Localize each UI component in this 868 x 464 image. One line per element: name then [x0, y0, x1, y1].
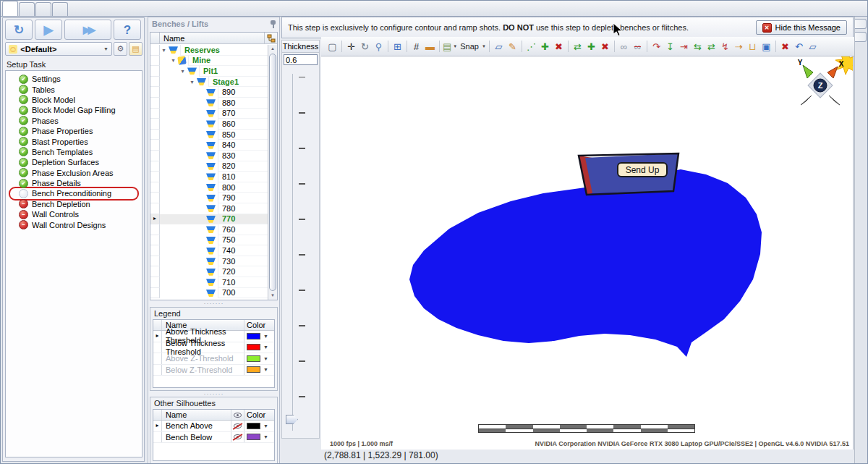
tree-row[interactable]: ▸ ▾ 770: [150, 214, 268, 225]
toolbar-icon[interactable]: ▼: [647, 41, 647, 52]
toolbar-icon[interactable]: ▼: [341, 41, 342, 52]
add-vertex-icon[interactable]: ✚ ▼: [538, 39, 552, 54]
ruler-icon[interactable]: ▬ ▼: [423, 39, 437, 54]
task-item[interactable]: Blast Properties: [10, 136, 137, 146]
task-item[interactable]: Phases: [10, 116, 137, 126]
delete-vertex-icon[interactable]: ✖ ▼: [552, 39, 566, 54]
tree-row[interactable]: ▸ ▾ 750: [150, 235, 268, 246]
run-all-button[interactable]: ▶▶: [64, 20, 111, 40]
background-image-icon[interactable]: ▤ ▼: [442, 39, 458, 54]
tree-row[interactable]: ▸ ▾ 870: [150, 109, 268, 119]
eye-off-icon[interactable]: [234, 434, 242, 439]
tree-row[interactable]: ▸ ▾ Pit1: [150, 66, 268, 77]
notes-icon[interactable]: ▤: [129, 42, 142, 56]
snap-dropdown[interactable]: Snap ▼: [458, 39, 487, 54]
tab-setup[interactable]: [2, 1, 18, 16]
task-item[interactable]: Block Model: [10, 95, 137, 105]
task-item[interactable]: Depletion Surfaces: [10, 157, 137, 167]
delete-segment-icon[interactable]: ✖ ▼: [598, 39, 612, 54]
expander-icon[interactable]: ▾: [188, 79, 196, 85]
task-item[interactable]: Wall Controls: [10, 209, 137, 219]
marquee-select-icon[interactable]: ▢ ▼: [326, 39, 339, 54]
axis-triad[interactable]: Z Y X: [791, 56, 854, 114]
toolbar-icon[interactable]: ▼: [489, 41, 490, 52]
splitter[interactable]: [148, 302, 279, 306]
tab-report-not-ready[interactable]: [35, 2, 51, 16]
toolbar-icon[interactable]: ▼: [388, 41, 388, 52]
edit-pencil-icon[interactable]: ✎ ▼: [506, 39, 519, 54]
tree-row[interactable]: ▸ ▾ 820: [150, 161, 268, 172]
add-segment-icon[interactable]: ✚ ▼: [584, 39, 598, 54]
tree-row[interactable]: ▸ ▾ 830: [150, 151, 268, 161]
tree-row[interactable]: ▸ ▾ 840: [150, 140, 268, 151]
tab-history[interactable]: [855, 32, 867, 42]
simplify-line-icon[interactable]: ↯ ▼: [718, 39, 732, 54]
hierarchy-icon[interactable]: [264, 33, 277, 43]
toolbar-icon[interactable]: ▼: [775, 41, 776, 52]
toolbar-icon[interactable]: ▼: [439, 41, 440, 52]
tree-row[interactable]: ▸ ▾ Stage1: [150, 77, 268, 88]
gear-icon[interactable]: ⚙: [114, 42, 127, 56]
legend-row[interactable]: ▸ Below Thickness Threshold ▼: [153, 342, 274, 354]
tree-row[interactable]: ▸ ▾ 880: [150, 98, 268, 109]
tree-row[interactable]: ▸ ▾ 890: [150, 87, 268, 98]
new-polygon-icon[interactable]: ▱ ▼: [492, 39, 506, 54]
reverse-direction-icon[interactable]: ⇄ ▼: [705, 39, 718, 54]
toolbar-icon[interactable]: ▼: [614, 41, 615, 52]
color-swatch[interactable]: [247, 423, 260, 429]
tree-row[interactable]: ▸ ▾ Mine: [150, 56, 268, 67]
move-segment-icon[interactable]: ⇄ ▼: [571, 39, 584, 54]
offset-line-icon[interactable]: ⇢ ▼: [732, 39, 746, 54]
silhouette-row[interactable]: ▸ Bench Below ▼: [153, 432, 274, 444]
color-swatch[interactable]: [247, 333, 260, 339]
color-swatch[interactable]: [247, 434, 260, 440]
pan-icon[interactable]: ✛ ▼: [344, 39, 358, 54]
contour-shot-polygon[interactable]: [409, 169, 762, 357]
grid-icon[interactable]: # ▼: [409, 39, 423, 54]
join-ends-icon[interactable]: ⇆ ▼: [691, 39, 705, 54]
tree-row[interactable]: ▸ ▾ 740: [150, 245, 268, 256]
open-file-icon[interactable]: ⊔ ▼: [746, 39, 760, 54]
tree-row[interactable]: ▸ ▾ 810: [150, 172, 268, 182]
chevron-down-icon[interactable]: ▼: [262, 356, 270, 361]
help-button[interactable]: ?: [114, 20, 141, 40]
legend-row[interactable]: ▸ Below Z-Threshold ▼: [153, 365, 274, 376]
task-item[interactable]: Wall Control Designs: [10, 219, 137, 229]
toolbar-icon[interactable]: ▼: [407, 41, 407, 52]
tree-row[interactable]: ▸ ▾ 850: [150, 130, 268, 140]
tab-designer-not-ready[interactable]: [19, 2, 35, 16]
scroll-up-icon[interactable]: ▲: [268, 45, 277, 53]
save-icon[interactable]: ▣ ▼: [760, 39, 773, 54]
zoom-icon[interactable]: ⚲ ▼: [372, 39, 386, 54]
tab-layers[interactable]: [855, 19, 867, 29]
expander-icon[interactable]: ▾: [169, 57, 177, 64]
scrollbar-thumb[interactable]: [269, 54, 276, 291]
task-item[interactable]: Phase Details: [10, 178, 137, 188]
thickness-slider[interactable]: [282, 69, 319, 435]
silhouette-row[interactable]: ▸ Bench Above ▼: [153, 421, 274, 432]
legend-row[interactable]: ▸ Above Z-Threshold ▼: [153, 353, 274, 365]
refresh-button[interactable]: ↻: [5, 20, 33, 40]
task-item[interactable]: Bench Templates: [10, 147, 137, 157]
task-item[interactable]: Phase Exclusion Areas: [10, 168, 137, 178]
trim-line-icon[interactable]: ⇥ ▼: [677, 39, 691, 54]
expander-icon[interactable]: ▾: [160, 47, 168, 54]
tree-row[interactable]: ▸ ▾ 760: [150, 224, 268, 235]
tree-row[interactable]: ▸ ▾ 720: [150, 266, 268, 277]
task-item[interactable]: Block Model Gap Filling: [10, 105, 137, 115]
toolbar-icon[interactable]: ▼: [522, 41, 522, 52]
color-swatch[interactable]: [247, 344, 260, 350]
fit-view-icon[interactable]: ⊞ ▼: [391, 39, 404, 54]
pin-icon[interactable]: [271, 20, 276, 28]
link-icon[interactable]: ∞ ▼: [617, 39, 631, 54]
reroute-icon[interactable]: ↷ ▼: [650, 39, 663, 54]
thickness-input[interactable]: [284, 54, 318, 65]
close-polygon-icon[interactable]: ▱ ▼: [806, 39, 820, 54]
eye-off-icon[interactable]: [234, 423, 242, 429]
expander-icon[interactable]: ▾: [179, 68, 187, 75]
toolbar-icon[interactable]: ▼: [568, 41, 569, 52]
chevron-down-icon[interactable]: ▼: [262, 345, 270, 350]
tree-row[interactable]: ▸ ▾ 790: [150, 193, 268, 203]
hide-message-button[interactable]: ✕ Hide this Message: [756, 20, 848, 35]
tab-solid-lab[interactable]: [52, 2, 68, 16]
